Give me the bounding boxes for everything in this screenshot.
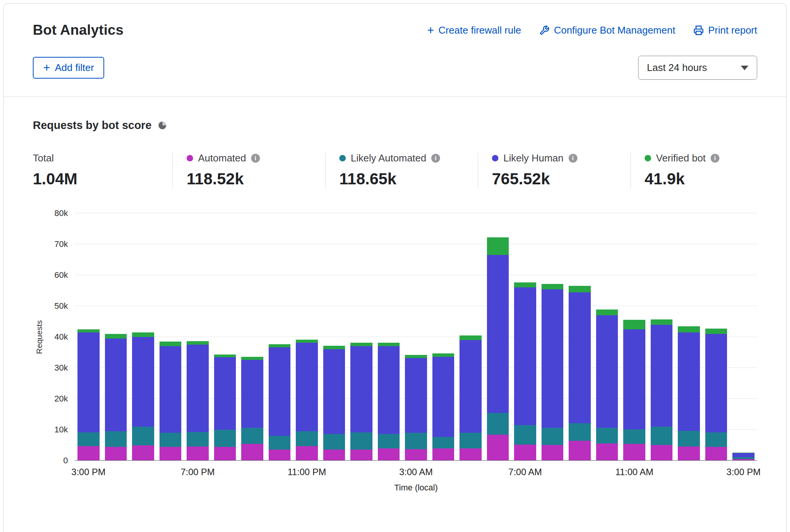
add-filter-label: Add filter — [55, 62, 94, 74]
segment-likely-human — [214, 357, 236, 430]
x-tick-label: 7:00 AM — [508, 467, 542, 477]
segment-automated — [432, 448, 455, 461]
info-icon[interactable]: i — [569, 154, 577, 163]
stacked-bar-19[interactable] — [596, 213, 618, 461]
segment-likely-human — [705, 334, 727, 432]
segment-likely-automated — [651, 427, 673, 445]
add-filter-button[interactable]: + Add filter — [33, 57, 104, 79]
stacked-bar-24[interactable] — [732, 213, 755, 461]
stacked-bar-14[interactable] — [459, 213, 482, 461]
section-title: Requests by bot score — [33, 119, 152, 132]
segment-automated — [542, 445, 564, 461]
stacked-bar-5[interactable] — [214, 213, 236, 461]
create-firewall-rule-link[interactable]: + Create firewall rule — [427, 24, 521, 36]
pie-chart-icon — [157, 120, 168, 131]
time-range-select[interactable]: Last 24 hours — [638, 56, 757, 80]
configure-bot-management-link[interactable]: Configure Bot Management — [539, 24, 675, 36]
x-axis-title: Time (local) — [75, 483, 757, 497]
stacked-bar-7[interactable] — [269, 213, 291, 461]
segment-likely-human — [269, 347, 291, 436]
stat-likely-human-label-row: Likely Human i — [492, 152, 630, 164]
y-tick-label: 80k — [55, 208, 68, 218]
configure-bot-management-label: Configure Bot Management — [554, 24, 675, 36]
stacked-bar-2[interactable] — [132, 213, 154, 461]
segment-verified-bot — [350, 343, 372, 346]
segment-likely-human — [105, 339, 127, 431]
segment-likely-human — [596, 315, 618, 428]
stacked-bar-6[interactable] — [241, 213, 263, 461]
print-report-link[interactable]: Print report — [693, 24, 757, 36]
stacked-bar-12[interactable] — [405, 213, 427, 461]
stacked-bar-10[interactable] — [350, 213, 372, 461]
stacked-bar-17[interactable] — [542, 213, 564, 461]
segment-verified-bot — [705, 329, 727, 334]
segment-likely-human — [160, 346, 182, 433]
stacked-bar-8[interactable] — [296, 213, 318, 461]
y-tick-label: 50k — [55, 301, 68, 311]
segment-likely-human — [514, 287, 536, 425]
stacked-bar-20[interactable] — [623, 213, 645, 461]
stat-value: 765.52k — [492, 170, 630, 188]
segment-verified-bot — [160, 342, 182, 346]
segment-likely-automated — [459, 433, 482, 448]
stacked-bar-1[interactable] — [105, 213, 127, 461]
stacked-bar-22[interactable] — [678, 213, 700, 461]
segment-likely-human — [651, 325, 673, 427]
x-tick-label: 3:00 AM — [399, 467, 433, 477]
segment-likely-automated — [542, 428, 564, 445]
stacked-bar-15[interactable] — [487, 213, 509, 461]
stacked-bar-23[interactable] — [705, 213, 727, 461]
segment-verified-bot — [514, 282, 536, 288]
stacked-bar-13[interactable] — [432, 213, 455, 461]
segment-likely-human — [623, 329, 645, 429]
stacked-bar-18[interactable] — [569, 213, 591, 461]
stacked-bar-0[interactable] — [77, 213, 100, 461]
segment-likely-human — [378, 346, 400, 434]
y-tick-label: 60k — [55, 270, 68, 280]
segment-automated — [569, 441, 591, 461]
stat-label: Total — [33, 152, 54, 164]
stat-total-label-row: Total — [33, 152, 173, 164]
info-icon[interactable]: i — [251, 154, 260, 163]
segment-likely-automated — [569, 423, 591, 441]
segment-automated — [214, 447, 236, 461]
segment-automated — [596, 443, 618, 461]
stacked-bar-16[interactable] — [514, 213, 536, 461]
header-filter-row: + Add filter Last 24 hours — [33, 56, 757, 97]
segment-automated — [105, 447, 127, 461]
segment-automated — [514, 445, 536, 461]
stacked-bar-4[interactable] — [187, 213, 209, 461]
stacked-bar-9[interactable] — [323, 213, 345, 461]
stat-automated-label-row: Automated i — [187, 152, 325, 164]
y-tick-label: 0 — [63, 456, 68, 466]
print-report-label: Print report — [708, 24, 757, 36]
segment-verified-bot — [651, 319, 673, 325]
x-tick-label: 3:00 PM — [71, 467, 105, 477]
y-axis-title: Requests — [33, 213, 46, 461]
segment-automated — [378, 448, 400, 461]
segment-likely-human — [350, 346, 372, 433]
segment-verified-bot — [623, 320, 645, 329]
stacked-bar-3[interactable] — [160, 213, 182, 461]
info-icon[interactable]: i — [431, 154, 440, 163]
segment-automated — [160, 447, 182, 461]
bars-container — [75, 213, 757, 461]
segment-automated — [651, 445, 673, 461]
segment-automated — [241, 444, 263, 461]
segment-likely-automated — [350, 432, 372, 450]
segment-verified-bot — [323, 346, 345, 349]
stacked-bar-21[interactable] — [651, 213, 673, 461]
segment-automated — [323, 450, 345, 461]
segment-verified-bot — [569, 286, 591, 292]
requests-by-bot-score-chart: Requests 010k20k30k40k50k60k70k80k 3:00 … — [33, 213, 757, 497]
stat-value: 118.52k — [187, 170, 325, 188]
segment-likely-human — [732, 453, 755, 457]
segment-automated — [405, 449, 427, 461]
stacked-bar-11[interactable] — [378, 213, 400, 461]
x-axis-tick-labels: 3:00 PM7:00 PM11:00 PM3:00 AM7:00 AM11:0… — [75, 461, 757, 483]
page-header: Bot Analytics + Create firewall rule Con… — [4, 4, 786, 97]
automated-legend-dot — [187, 155, 193, 161]
info-icon[interactable]: i — [711, 154, 719, 163]
segment-likely-automated — [214, 430, 236, 447]
y-tick-label: 70k — [55, 239, 68, 249]
